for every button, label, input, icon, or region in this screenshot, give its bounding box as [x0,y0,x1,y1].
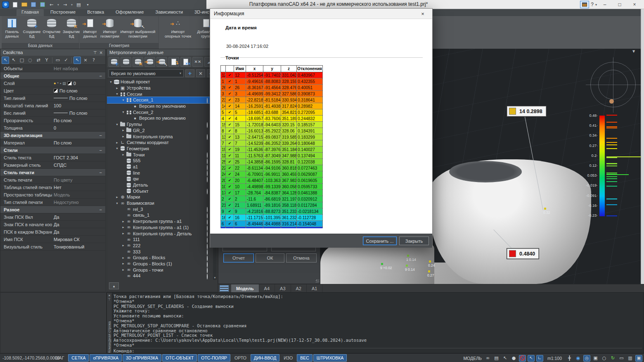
flip-icon[interactable]: ⇄ [35,57,42,64]
point-row-26[interactable]: 26✔26-8.36167-91.4564328.4760.40051 [221,85,323,91]
report-button[interactable]: Отчет [223,253,254,263]
open-file-icon[interactable] [21,2,27,8]
point-row-19[interactable]: 19✔19-11.4536-87.3976351.1840.140027 [221,147,323,153]
toggle-ШТРИХОВКА[interactable]: ШТРИХОВКА [313,354,347,362]
print-icon[interactable]: ▤ [76,2,82,8]
point-checkbox[interactable]: ✔ [226,91,234,97]
link-icon[interactable]: ∞ [484,355,491,362]
help-button[interactable]: ? [591,2,594,7]
ribbon-button[interactable]: Панель данных [2,17,21,42]
point-checkbox[interactable]: ✔ [226,140,234,147]
point-checkbox[interactable]: ✔ [226,190,234,196]
point-checkbox[interactable]: ✔ [226,103,234,109]
command-history[interactable]: Точка растягивания или [Базовая точка/Ко… [114,294,642,353]
point-checkbox[interactable]: ✔ [226,171,234,177]
property-value[interactable]: По слою [52,96,105,101]
minimize-button[interactable]: – [598,0,612,9]
import-report-icon[interactable]: ↴ [168,57,179,67]
tree-item-Версия по умолчанию[interactable]: ▪Версия по умолчанию [107,115,218,121]
chevron-down-icon[interactable]: ▼ [632,50,635,53]
property-row[interactable]: Стиль печатиПо цвету [0,176,105,184]
tray-icon[interactable]: ▤ [493,355,500,362]
zoom-rect-icon[interactable]: ▣ [592,355,599,362]
point-checkbox[interactable]: ✔ [226,97,234,103]
property-value[interactable]: Да [52,230,105,234]
command-line-panel[interactable]: × ⊤ Командная строка Точка растягивания … [107,292,644,353]
expander-icon[interactable]: ▾ [121,110,125,114]
point-row-13[interactable]: 13✔13-2.64715-89.0837319.5850.183299 [221,134,323,140]
property-row[interactable]: ЦветПо слою [0,87,105,95]
sheet-tab-А4[interactable]: А4 [259,284,275,293]
property-row[interactable]: Слой●*▪▤0 [0,80,105,87]
property-value[interactable]: По цвету [52,177,105,182]
point-checkbox[interactable]: ✔ [226,221,234,227]
property-section-Стили[interactable]: Стили− [0,147,105,154]
rect-select-icon[interactable]: □ [18,57,26,64]
visibility-bulb-icon[interactable] [207,98,208,103]
ribbon-tab-Вставка[interactable]: Вставка [82,9,109,16]
dialog-close-button[interactable]: Закрыть [399,237,429,245]
orbit-icon[interactable]: ○ [601,355,608,362]
sheet-tab-А3[interactable]: А3 [275,284,291,293]
property-value[interactable]: Нет [52,185,105,190]
quick-select-icon[interactable]: ↖ [73,57,81,64]
ribbon-button[interactable]: +Создание БД [22,17,41,42]
state-ring-icon[interactable] [207,232,208,237]
state-ring-icon[interactable] [207,268,208,273]
point-row-21[interactable]: 21✔211.68911-89.1816358.1180.0117284 [221,202,323,208]
ribbon-button[interactable]: Открытие БД [42,17,61,42]
tree-item-line[interactable]: line [107,170,218,176]
expander-icon[interactable]: ▸ [115,86,119,90]
collapse-icon[interactable]: − [99,133,102,138]
tree-item-Сессии[interactable]: ▾Сессии [107,91,218,97]
toggle-ШАГ[interactable]: ШАГ [52,354,67,362]
tree-item-связь_1[interactable]: ∞связь_1 [107,212,218,218]
state-ring-icon[interactable] [207,256,208,261]
ribbon-button[interactable]: ➜↖Импорт выбранной геометрии [120,17,156,42]
tree-item-444[interactable]: ∞444 [107,273,218,279]
expander-icon[interactable]: ▸ [121,268,125,272]
filter-icon[interactable]: Y [43,57,50,64]
pan-icon[interactable]: ╋ [566,355,573,362]
toggle-ВЕС[interactable]: ВЕС [297,354,313,362]
state-ring-icon[interactable] [207,262,208,267]
property-value[interactable]: Мировая СК [52,237,105,242]
property-value[interactable]: Модель [52,192,105,197]
tree-item-a1[interactable]: a1 [107,164,218,170]
property-row[interactable]: Вес линийПо слою [0,109,105,117]
property-row[interactable]: ПрозрачностьПо слою [0,117,105,124]
property-section-Общие[interactable]: Общие− [0,72,105,80]
expander-icon[interactable]: ▸ [115,195,119,199]
property-value[interactable]: По слою [52,140,105,145]
fullscreen-icon[interactable]: ▣ [635,355,642,362]
toggle-3D оПРИВЯЗКА[interactable]: 3D оПРИВЯЗКА [123,354,161,362]
property-value[interactable]: Нет набора [52,66,105,71]
point-checkbox[interactable]: ✔ [226,208,234,215]
expander-icon[interactable]: ▸ [121,225,125,229]
point-checkbox[interactable]: ✔ [226,184,234,190]
state-ring-icon[interactable] [207,207,208,212]
tree-item-555[interactable]: 555 [107,158,218,164]
expander-icon[interactable]: ▸ [121,153,125,156]
import-db-icon[interactable]: ➜ [144,57,155,67]
select-add-icon[interactable]: ↖ [2,57,9,64]
tree-item-111[interactable]: ∞111 [107,237,218,243]
freeze-icon[interactable]: * [57,81,59,85]
sheets-icon[interactable]: ▥ [627,355,634,362]
undo-dropdown-icon[interactable]: ▾ [57,3,59,7]
tree-item-Сессия_1[interactable]: ▾Сессия_1 [107,97,218,103]
toggle-ОТС-ОБЪЕКТ[interactable]: ОТС-ОБЪЕКТ [162,354,197,362]
expander-icon[interactable]: ▸ [121,244,125,247]
property-row[interactable]: МатериалПо слою [0,139,105,147]
help-dropdown-icon[interactable]: ▾ [595,3,597,7]
deviation-leader-max[interactable]: 0.4840 [507,248,539,259]
ui-mode-icon[interactable] [580,1,589,8]
point-row-5[interactable]: 5✔5-18.6851-83.688354.8210.272095 [221,109,323,116]
save-button[interactable]: Сохранить ... [363,237,397,245]
point-checkbox[interactable]: ✔ [226,109,234,116]
state-ring-icon[interactable] [207,244,208,249]
tree-item-Контрольня группа - a1 (1)[interactable]: ▸∞Контрольня группа - a1 (1) [107,225,218,231]
property-row[interactable]: Пространство таблицы с...Модель [0,191,105,199]
tree-item-Контрольня группа - a1[interactable]: ▸∞Контрольня группа - a1 [107,218,218,225]
point-row-24[interactable]: 24✔24-6.70901-96.9911360.4590.0629087 [221,171,323,177]
